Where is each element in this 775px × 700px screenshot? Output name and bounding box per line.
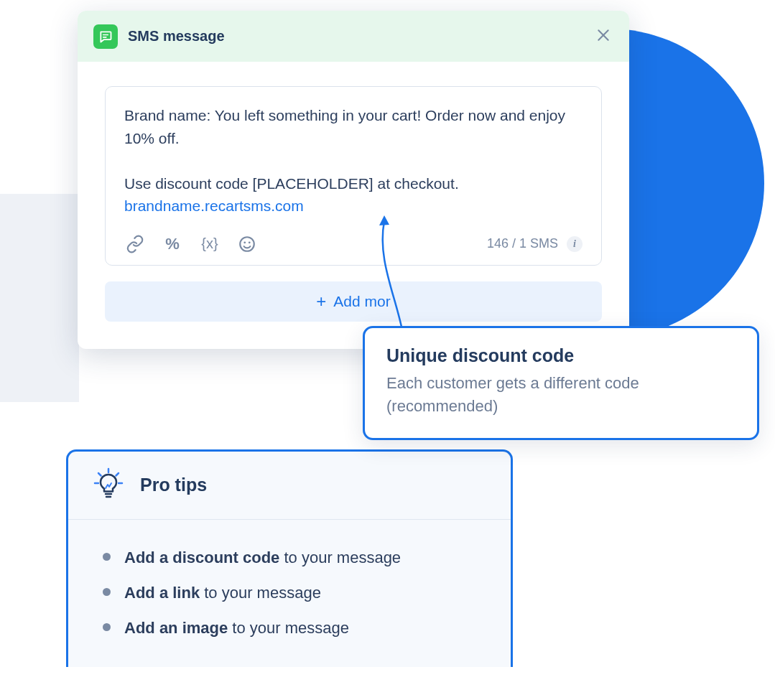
svg-line-9: [116, 473, 119, 476]
chat-icon: [93, 24, 118, 49]
pro-tips-title: Pro tips: [140, 475, 207, 495]
close-icon[interactable]: [593, 22, 613, 50]
sms-card-body: Brand name: You left something in your c…: [78, 62, 629, 349]
counter-text: 146 / 1 SMS: [487, 236, 558, 251]
tip-bold: Add a link: [124, 584, 200, 602]
message-line-1: Brand name: You left something in your c…: [124, 107, 565, 146]
plus-icon: +: [316, 291, 326, 312]
add-more-button[interactable]: + Add mor: [105, 281, 602, 322]
discount-icon[interactable]: %: [162, 233, 183, 255]
lightbulb-icon: [91, 467, 126, 502]
sms-header-title: SMS message: [128, 28, 225, 45]
list-item: Add an image to your message: [103, 610, 476, 645]
decorative-rect: [0, 194, 79, 402]
svg-point-6: [249, 241, 251, 243]
info-icon[interactable]: i: [567, 236, 583, 252]
tip-rest: to your message: [279, 549, 401, 566]
link-icon[interactable]: [124, 233, 146, 255]
tip-bold: Add a discount code: [124, 549, 279, 566]
message-text[interactable]: Brand name: You left something in your c…: [124, 104, 583, 218]
svg-point-5: [243, 241, 246, 243]
editor-toolbar-row: % {x} 146 / 1 SMS i: [124, 233, 583, 255]
list-item: Add a discount code to your message: [103, 540, 476, 575]
tip-rest: to your message: [228, 619, 349, 637]
discount-code-callout: Unique discount code Each customer gets …: [363, 326, 759, 440]
pro-tips-panel: Pro tips Add a discount code to your mes…: [66, 449, 513, 667]
editor-tools: % {x}: [124, 233, 258, 255]
character-counter: 146 / 1 SMS i: [487, 236, 583, 252]
sms-header-left: SMS message: [93, 24, 225, 49]
sms-message-card: SMS message Brand name: You left somethi…: [78, 11, 629, 349]
tip-rest: to your message: [200, 584, 321, 602]
callout-description: Each customer gets a different code (rec…: [386, 372, 735, 418]
add-more-label: Add mor: [333, 293, 390, 310]
tip-bold: Add an image: [124, 619, 228, 637]
message-link[interactable]: brandname.recartsms.com: [124, 197, 304, 214]
message-line-2: Use discount code [PLACEHOLDER] at check…: [124, 175, 459, 192]
pro-tips-list: Add a discount code to your message Add …: [68, 520, 511, 667]
list-item: Add a link to your message: [103, 575, 476, 610]
callout-title: Unique discount code: [386, 345, 735, 366]
emoji-icon[interactable]: [236, 233, 258, 255]
message-editor[interactable]: Brand name: You left something in your c…: [105, 86, 602, 266]
pro-tips-header: Pro tips: [68, 452, 511, 520]
svg-point-4: [240, 237, 254, 251]
svg-line-8: [98, 473, 101, 476]
sms-card-header: SMS message: [78, 11, 629, 62]
variable-icon[interactable]: {x}: [199, 233, 221, 255]
